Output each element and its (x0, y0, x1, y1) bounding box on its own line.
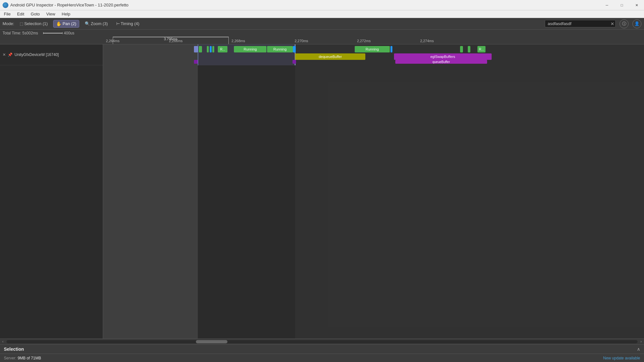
mode-timing-button[interactable]: ⊢ Timing (4) (113, 20, 142, 27)
scroll-right-button[interactable]: › (638, 339, 644, 345)
mode-selection-button[interactable]: ⬚ Selection (1) (17, 20, 51, 27)
menu-view[interactable]: View (44, 11, 58, 17)
time-tick-3: 2,270ms (294, 39, 308, 43)
update-notice-link[interactable]: New update available (603, 356, 640, 360)
event-bar-purple-2 (293, 60, 296, 64)
event-bar-running-short-right: R... (477, 46, 485, 52)
event-bar-egl-swap: eglSwapBuffers (394, 53, 491, 60)
track-events: R... Running Running Running R... (103, 44, 644, 65)
search-input[interactable] (545, 20, 616, 27)
scroll-left-button[interactable]: ‹ (0, 339, 6, 345)
app-icon (3, 2, 8, 8)
selection-icon: ⬚ (20, 22, 23, 26)
account-button[interactable]: 👤 (632, 19, 641, 28)
empty-area (103, 65, 644, 339)
timeline-header: Total Time: 5s002ms 400us 2,264ms 2,266m… (0, 30, 644, 44)
maximize-button[interactable]: □ (614, 0, 629, 10)
event-bar-running-2: Running (267, 46, 293, 52)
tracks-section: ✕ 📌 UnityGfxDeviceW [16740] (0, 44, 644, 339)
selection-bracket (113, 37, 229, 44)
event-bar-blue-2 (210, 46, 212, 52)
window-title: Android GPU Inspector - RopeHeroViceTown… (10, 3, 641, 7)
event-bar-green-3 (212, 46, 214, 52)
event-bar-green-4 (460, 46, 463, 52)
menu-goto[interactable]: Goto (28, 11, 42, 17)
scrollbar-area: ‹ › (0, 339, 644, 344)
time-tick-2: 2,268ms (232, 39, 245, 43)
event-bar-running-3: Running (355, 46, 390, 52)
track-label-unity-gfx: ✕ 📌 UnityGfxDeviceW [16740] (3, 52, 59, 57)
left-panel: ✕ 📌 UnityGfxDeviceW [16740] (0, 44, 103, 339)
event-bar-blue-4 (390, 46, 393, 52)
time-tick-5: 2,274ms (420, 39, 434, 43)
selection-collapse-button[interactable]: ∧ (637, 347, 640, 352)
pan-icon: ✋ (56, 21, 62, 26)
cursor-line-left (198, 44, 198, 65)
selection-label: Selection (1) (24, 21, 48, 26)
scale-indicator: 400us (43, 31, 74, 35)
event-bar-dequeue: dequeueBuffer (295, 53, 365, 60)
event-bar-purple-1 (194, 60, 198, 64)
selection-panel-header: Selection ∧ (0, 345, 644, 354)
track-collapse-button[interactable]: ✕ (3, 52, 6, 57)
zoom-label: Zoom (3) (91, 21, 108, 26)
menu-file[interactable]: File (1, 11, 13, 17)
selection-content: Server: 9MB of 71MB New update available (0, 354, 644, 362)
close-button[interactable]: ✕ (629, 0, 644, 10)
mode-pan-button[interactable]: ✋ Pan (2) (53, 20, 79, 28)
title-bar: Android GPU Inspector - RopeHeroViceTown… (0, 0, 644, 10)
server-label: Server: (4, 356, 16, 360)
main-content: Total Time: 5s002ms 400us 2,264ms 2,266m… (0, 30, 644, 362)
track-pin-button[interactable]: 📌 (8, 52, 13, 57)
server-value: 9MB of 71MB (18, 356, 41, 360)
search-container: ✕ (545, 20, 616, 27)
zoom-icon: 🔍 (85, 21, 90, 26)
event-bar-running-short: R... (218, 46, 227, 52)
time-tick-4: 2,272ms (357, 39, 370, 43)
menu-edit[interactable]: Edit (14, 11, 27, 17)
mode-zoom-button[interactable]: 🔍 Zoom (3) (82, 20, 111, 27)
info-button[interactable]: ⓘ (620, 19, 629, 28)
gray-column-selection (198, 65, 295, 339)
event-bar-blue-left (194, 46, 198, 52)
event-bar-blue-3 (293, 46, 295, 52)
track-row-unity-gfx: ✕ 📌 UnityGfxDeviceW [16740] (0, 44, 103, 65)
event-bar-green-1 (199, 46, 202, 52)
minimize-button[interactable]: ─ (600, 0, 614, 10)
selection-title: Selection (4, 347, 24, 352)
timing-label: Timing (4) (121, 21, 139, 26)
server-info: Server: 9MB of 71MB (4, 356, 41, 360)
pan-label: Pan (2) (62, 21, 76, 26)
right-panel[interactable]: R... Running Running Running R... (103, 44, 644, 339)
track-label-text: UnityGfxDeviceW [16740] (14, 52, 59, 57)
event-bar-queue: queueBuffer (395, 60, 487, 64)
timing-icon: ⊢ (116, 21, 120, 26)
time-ruler: 2,264ms 2,266ms 3.796ms 2,268ms 2,270ms … (0, 37, 644, 44)
event-bar-running-1: Running (234, 46, 266, 52)
search-clear-button[interactable]: ✕ (610, 21, 614, 26)
scale-line (43, 33, 62, 33)
event-bar-green-2 (207, 46, 209, 52)
total-time-row: Total Time: 5s002ms 400us (0, 30, 644, 37)
selection-panel: Selection ∧ Server: 9MB of 71MB New upda… (0, 344, 644, 362)
menu-help[interactable]: Help (59, 11, 73, 17)
menu-bar: File Edit Goto View Help (0, 10, 644, 18)
timeline-section: Total Time: 5s002ms 400us 2,264ms 2,266m… (0, 30, 644, 344)
scale-value: 400us (64, 31, 74, 35)
scrollbar-thumb[interactable] (196, 340, 227, 343)
toolbar: Mode: ⬚ Selection (1) ✋ Pan (2) 🔍 Zoom (… (0, 18, 644, 30)
total-time-label: Total Time: 5s002ms (3, 31, 38, 35)
mode-label: Mode: (3, 21, 14, 26)
event-bar-green-5 (468, 46, 470, 52)
window-controls: ─ □ ✕ (600, 0, 644, 10)
scrollbar-track[interactable] (6, 340, 638, 343)
